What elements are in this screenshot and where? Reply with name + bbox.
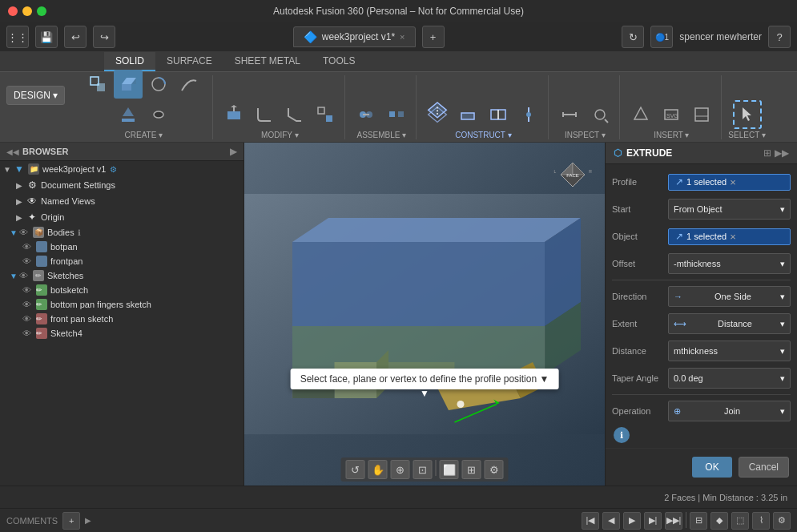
plane-at-angle-button[interactable] [453, 100, 482, 129]
browser-collapse-button[interactable]: ▶ [230, 146, 237, 157]
tree-item-named-views[interactable]: ▶ 👁 Named Views [0, 193, 244, 209]
tree-item-origin[interactable]: ▶ ✦ Origin [0, 209, 244, 225]
extrude-button[interactable] [114, 70, 143, 99]
direction-dropdown[interactable]: → One Side ▾ [668, 286, 791, 307]
panel-expand-button[interactable]: ⊞ [763, 147, 771, 159]
distance-input[interactable]: mthickness ▾ [668, 341, 791, 361]
refresh-button[interactable]: ↻ [622, 26, 644, 48]
select-group: SELECT ▾ [723, 75, 771, 139]
keyframe-button[interactable]: ◆ [710, 512, 728, 530]
tree-item-sketches[interactable]: ▼ 👁 ✏ Sketches [0, 268, 244, 283]
start-row: Start From Object ▾ [612, 198, 791, 220]
add-comment-button[interactable]: + [62, 512, 80, 530]
direction-value: One Side [714, 292, 751, 301]
selection-mode-button[interactable]: ⬚ [731, 512, 749, 530]
design-button[interactable]: DESIGN ▾ [6, 86, 65, 105]
inspect-2-button[interactable] [586, 100, 614, 129]
new-tab-button[interactable]: + [422, 26, 445, 48]
tab-solid[interactable]: SOLID [104, 52, 155, 71]
revolve-button[interactable] [144, 70, 173, 99]
project-tab[interactable]: 🔷 week3project v1* × [293, 26, 416, 47]
press-pull-button[interactable] [219, 100, 248, 129]
forward-button[interactable]: ▶| [644, 512, 662, 530]
settings-button-bottom[interactable]: ⚙ [773, 512, 791, 530]
timeline-mode-button[interactable]: ⊟ [690, 512, 707, 530]
next-frame-button[interactable]: ▶▶| [665, 512, 682, 530]
perspective-button[interactable]: ⬜ [440, 460, 459, 479]
grid-button[interactable]: ⊞ [462, 460, 481, 479]
comments-expand-button[interactable]: ▶ [85, 516, 91, 525]
extent-dropdown[interactable]: ⟷ Distance ▾ [668, 313, 791, 334]
tab-close-button[interactable]: × [400, 32, 405, 42]
operation-dropdown[interactable]: ⊕ Join ▾ [668, 401, 791, 421]
undo-button[interactable]: ↩ [64, 26, 87, 48]
offset-plane-button[interactable] [423, 100, 452, 129]
redo-button[interactable]: ↪ [93, 26, 115, 48]
info-icon[interactable]: ℹ [614, 427, 630, 443]
svg-marker-38 [292, 242, 545, 326]
tab-surface[interactable]: SURFACE [155, 52, 223, 71]
svg-point-30 [595, 110, 605, 119]
root-settings-icon[interactable]: ⚙ [110, 165, 117, 174]
display-settings-button[interactable]: ⚙ [485, 460, 504, 479]
create-label: CREATE ▾ [125, 131, 163, 139]
orbit-button[interactable]: ↺ [346, 460, 365, 479]
offset-input[interactable]: -mthickness ▾ [668, 253, 791, 274]
help-button[interactable]: ? [768, 26, 791, 48]
maximize-button[interactable] [37, 6, 46, 16]
nav-cube[interactable]: FACE L R [549, 151, 597, 199]
svg-rect-12 [318, 107, 324, 114]
fillet-button[interactable] [250, 100, 279, 129]
midplane-button[interactable] [484, 100, 513, 129]
select-button[interactable] [733, 100, 762, 129]
tree-item-bottom-pan-fingers[interactable]: 👁 ✏ bottom pan fingers sketch [0, 297, 244, 312]
loft-button[interactable] [114, 100, 143, 129]
close-button[interactable] [8, 6, 18, 16]
zoom-button[interactable]: ⊕ [391, 460, 410, 479]
axis-button[interactable] [514, 100, 543, 129]
panel-close-button[interactable]: ▶▶ [775, 147, 789, 159]
joint-button[interactable] [352, 100, 380, 129]
tree-item-doc-settings[interactable]: ▶ ⚙ Document Settings [0, 177, 244, 193]
insert-mesh-button[interactable] [626, 100, 655, 129]
tree-item-frontpan[interactable]: 👁 frontpan [0, 254, 244, 268]
tree-item-botsketch[interactable]: 👁 ✏ botsketch [0, 283, 244, 297]
tree-item-sketch4[interactable]: 👁 ✏ Sketch4 [0, 326, 244, 341]
tree-item-bodies[interactable]: ▼ 👁 📦 Bodies ℹ [0, 225, 244, 240]
tree-item-front-pan-sketch[interactable]: 👁 ✏ front pan sketch [0, 312, 244, 326]
profile-clear-button[interactable]: × [730, 176, 736, 188]
save-button[interactable]: 💾 [35, 26, 58, 48]
tab-sheet-metal[interactable]: SHEET METAL [223, 52, 312, 71]
tree-item-root[interactable]: ▼ ▼ 📁 week3project v1 ⚙ [0, 161, 244, 177]
svg-rect-35 [695, 108, 708, 121]
cancel-button[interactable]: Cancel [739, 457, 789, 478]
ok-button[interactable]: OK [692, 457, 731, 478]
chamfer-button[interactable] [280, 100, 309, 129]
profile-label: Profile [612, 177, 668, 187]
motion-path-button[interactable]: ⌇ [752, 512, 770, 530]
measure-button[interactable] [555, 100, 584, 129]
rigid-group-button[interactable] [382, 100, 411, 129]
grid-menu-button[interactable]: ⋮⋮ [6, 26, 29, 48]
minimize-button[interactable] [22, 6, 32, 16]
sweep-button[interactable] [175, 70, 203, 99]
hole-button[interactable] [144, 100, 173, 129]
tab-tools[interactable]: TOOLS [312, 52, 366, 71]
viewport[interactable]: Select face, plane or vertex to define t… [244, 143, 605, 486]
fit-button[interactable]: ⊡ [413, 460, 433, 479]
pan-button[interactable]: ✋ [368, 460, 388, 479]
online-indicator[interactable]: 🔵1 [650, 26, 673, 48]
object-clear-button[interactable]: × [730, 231, 736, 243]
scale-button[interactable] [311, 100, 340, 129]
play-button[interactable]: ▶ [623, 512, 641, 530]
select-label: SELECT ▾ [728, 131, 766, 139]
tree-item-botpan[interactable]: 👁 botpan [0, 240, 244, 254]
browser-title: BROWSER [22, 147, 68, 156]
insert-svg-button[interactable]: SVG [657, 100, 686, 129]
new-component-button[interactable] [83, 70, 112, 99]
start-dropdown[interactable]: From Object ▾ [668, 199, 791, 220]
prev-frame-button[interactable]: |◀ [582, 512, 599, 530]
taper-angle-input[interactable]: 0.0 deg ▾ [668, 368, 791, 389]
insert-canvas-button[interactable] [687, 100, 716, 129]
back-button[interactable]: ◀ [602, 512, 620, 530]
